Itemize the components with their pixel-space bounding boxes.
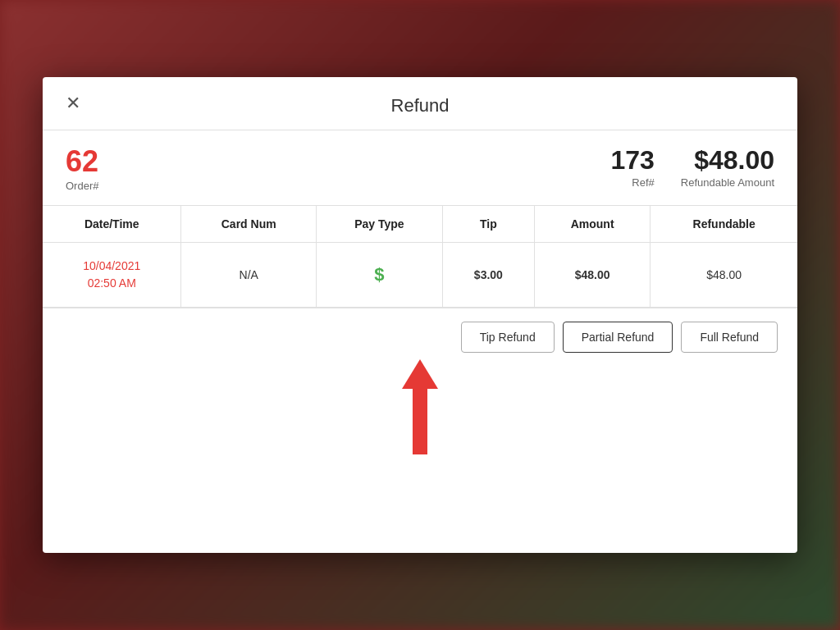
arrow-shaft (413, 389, 427, 454)
cell-datetime: 10/04/202102:50 AM (43, 243, 181, 308)
arrow-head (402, 359, 438, 389)
cell-amount: $48.00 (534, 243, 650, 308)
ref-number-value: 173 (610, 147, 654, 173)
cell-tip: $3.00 (442, 243, 534, 308)
order-number-label: Order# (66, 180, 610, 192)
close-button[interactable]: ✕ (62, 91, 84, 116)
date-time-value: 10/04/202102:50 AM (83, 259, 140, 290)
order-info-row: 62 Order# 173 Ref# $48.00 Refundable Amo… (43, 130, 797, 206)
annotation-arrow-area (43, 366, 797, 454)
refundable-amount-label: Refundable Amount (681, 176, 774, 189)
col-header-tip: Tip (442, 206, 534, 243)
pay-type-icon: $ (374, 264, 384, 285)
cell-paytype: $ (316, 243, 442, 308)
red-arrow-annotation (402, 359, 438, 454)
modal-header: ✕ Refund (43, 77, 797, 130)
modal-footer: Tip Refund Partial Refund Full Refund (43, 308, 797, 366)
ref-refundable-block: 173 Ref# $48.00 Refundable Amount (610, 147, 774, 189)
refund-modal: ✕ Refund 62 Order# 173 Ref# $48.00 Refun… (43, 77, 797, 553)
refundable-value: $48.00 (706, 268, 742, 281)
ref-number-block: 173 Ref# (610, 147, 654, 189)
refundable-amount-value: $48.00 (681, 147, 774, 173)
col-header-refundable: Refundable (651, 206, 797, 243)
cell-cardnum: N/A (181, 243, 317, 308)
modal-title: Refund (391, 95, 450, 116)
col-header-datetime: Date/Time (43, 206, 181, 243)
cell-refundable: $48.00 (651, 243, 797, 308)
transactions-table-container: Date/Time Card Num Pay Type Tip Amount R… (43, 206, 797, 308)
full-refund-button[interactable]: Full Refund (681, 322, 778, 353)
refundable-amount-block: $48.00 Refundable Amount (681, 147, 774, 189)
tip-refund-button[interactable]: Tip Refund (461, 322, 555, 353)
table-row: 10/04/202102:50 AM N/A $ $3.00 $48.00 (43, 243, 797, 308)
transactions-table: Date/Time Card Num Pay Type Tip Amount R… (43, 206, 797, 308)
col-header-cardnum: Card Num (181, 206, 317, 243)
table-header-row: Date/Time Card Num Pay Type Tip Amount R… (43, 206, 797, 243)
ref-number-label: Ref# (610, 176, 654, 189)
order-number-block: 62 Order# (66, 147, 610, 192)
partial-refund-button[interactable]: Partial Refund (563, 322, 673, 353)
card-num-value: N/A (240, 268, 258, 281)
col-header-amount: Amount (534, 206, 650, 243)
col-header-paytype: Pay Type (316, 206, 442, 243)
tip-value: $3.00 (474, 268, 503, 281)
order-number-value: 62 (66, 147, 610, 176)
amount-value: $48.00 (575, 268, 610, 281)
